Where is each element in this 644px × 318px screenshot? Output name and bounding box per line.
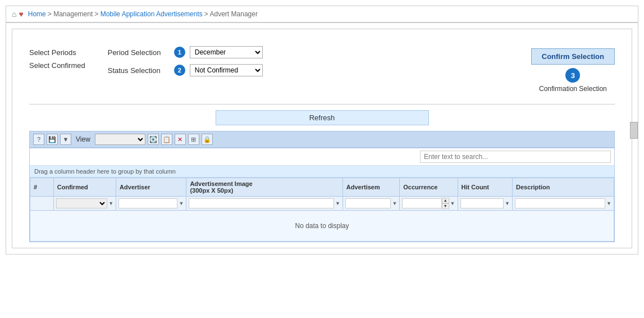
col-confirmed: Confirmed	[53, 178, 116, 197]
refresh-button[interactable]: Refresh	[216, 110, 429, 125]
no-data-row: No data to display	[30, 211, 614, 242]
top-bar: ⌂ ♥ Home > Management > Mobile Applicati…	[6, 6, 638, 22]
hitcount-filter-input[interactable]	[460, 198, 504, 208]
select-periods-label: Select Periods	[29, 48, 85, 57]
table-body: No data to display	[30, 211, 614, 242]
filter-num	[30, 197, 54, 211]
period-select[interactable]: December November October January	[190, 46, 263, 58]
refresh-area: Refresh	[29, 110, 615, 125]
hitcount-filter-icon[interactable]: ▼	[505, 201, 510, 206]
col-hitcount: Hit Count	[458, 178, 512, 197]
col-num: #	[30, 178, 54, 197]
advertisem-filter-input[interactable]	[345, 198, 391, 208]
advertiser-filter-icon[interactable]: ▼	[179, 201, 184, 206]
selection-area: Select Periods Select Confirmed Period S…	[29, 40, 615, 104]
table-container: Drag a column header here to group by th…	[29, 148, 615, 242]
drag-hint: Drag a column header here to group by th…	[30, 166, 614, 178]
lock-icon[interactable]: 🔒	[202, 134, 213, 145]
breadcrumb-home[interactable]: Home	[28, 10, 46, 18]
table-header-row: # Confirmed Advertiser Advertisement Ima…	[30, 178, 614, 197]
desc-filter-icon[interactable]: ▼	[606, 201, 611, 206]
confirmed-filter-select[interactable]	[56, 198, 107, 208]
breadcrumb-current: Advert Manager	[210, 10, 258, 18]
col-adimage: Advertisement Image(300px X 50px)	[186, 178, 342, 197]
favorites-icon[interactable]: ♥	[19, 10, 23, 19]
filter-occurrence: ▲ ▼ ▼	[400, 197, 458, 211]
save-icon[interactable]: 💾	[47, 134, 58, 145]
status-select[interactable]: Not Confirmed Confirmed All	[190, 64, 263, 76]
grid-icon[interactable]: ⊞	[188, 134, 199, 145]
adimage-filter-icon[interactable]: ▼	[335, 201, 340, 206]
search-input[interactable]	[420, 151, 611, 163]
filter-advertiser: ▼	[116, 197, 186, 211]
select-confirmed-label: Select Confirmed	[29, 61, 85, 70]
occurrence-spin-down[interactable]: ▼	[442, 203, 449, 209]
status-label: Status Selection	[108, 66, 170, 75]
search-row	[30, 148, 614, 166]
delete-icon[interactable]: ✕	[175, 134, 186, 145]
breadcrumb-management: Management	[53, 10, 93, 18]
main-content: Select Periods Select Confirmed Period S…	[12, 29, 632, 248]
col-occurrence: Occurrence	[400, 178, 458, 197]
dropdown-arrow[interactable]: ▼	[60, 134, 71, 145]
period-row: Period Selection 1 December November Oct…	[108, 46, 486, 58]
occurrence-spin-up[interactable]: ▲	[442, 198, 449, 203]
view-label: View	[76, 135, 90, 143]
data-table: # Confirmed Advertiser Advertisement Ima…	[30, 178, 614, 242]
confirm-area: Confirm Selection 3 Confirmation Selecti…	[531, 46, 615, 93]
filter-hitcount: ▼	[458, 197, 512, 211]
disk-icon[interactable]: 💽	[148, 134, 159, 145]
nav-icons: ⌂ ♥	[12, 10, 24, 19]
table-filter-row: ▼ ▼ ▼	[30, 197, 614, 211]
occurrence-filter-icon[interactable]: ▼	[450, 201, 455, 206]
occurrence-filter-input[interactable]	[402, 198, 441, 208]
fields-area: Period Selection 1 December November Oct…	[108, 46, 486, 76]
help-icon[interactable]: ?	[33, 134, 44, 145]
col-description: Description	[512, 178, 614, 197]
view-select[interactable]	[95, 134, 145, 145]
scrollbar-thumb[interactable]	[630, 122, 638, 139]
status-row: Status Selection 2 Not Confirmed Confirm…	[108, 64, 486, 76]
toolbar: ? 💾 ▼ View 💽 📋 ✕ ⊞ 🔒	[29, 131, 615, 148]
col-advertiser: Advertiser	[116, 178, 186, 197]
left-labels: Select Periods Select Confirmed	[29, 46, 85, 70]
col-advertisem: Advertisem	[342, 178, 400, 197]
add-row-icon[interactable]: 📋	[161, 134, 172, 145]
adimage-filter-input[interactable]	[189, 198, 334, 208]
filter-adimage: ▼	[186, 197, 342, 211]
period-label: Period Selection	[108, 48, 170, 57]
breadcrumb: Home > Management > Mobile Application A…	[28, 10, 258, 18]
period-badge: 1	[174, 47, 185, 58]
desc-filter-input[interactable]	[515, 198, 605, 208]
confirmed-filter-icon[interactable]: ▼	[108, 201, 113, 206]
filter-advertisem: ▼	[342, 197, 400, 211]
status-badge: 2	[174, 65, 185, 76]
badge3-area: 3 Confirmation Selection	[539, 68, 607, 93]
breadcrumb-mobile[interactable]: Mobile Application Advertisements	[101, 10, 203, 18]
advertisem-filter-icon[interactable]: ▼	[392, 201, 397, 206]
confirm-selection-button[interactable]: Confirm Selection	[531, 48, 615, 65]
advertiser-filter-input[interactable]	[118, 198, 177, 208]
filter-confirmed: ▼	[53, 197, 116, 211]
home-icon[interactable]: ⌂	[12, 10, 16, 19]
no-data-cell: No data to display	[30, 211, 614, 242]
confirmation-selection-label: Confirmation Selection	[539, 85, 607, 93]
filter-description: ▼	[512, 197, 614, 211]
confirm-badge: 3	[565, 68, 580, 83]
